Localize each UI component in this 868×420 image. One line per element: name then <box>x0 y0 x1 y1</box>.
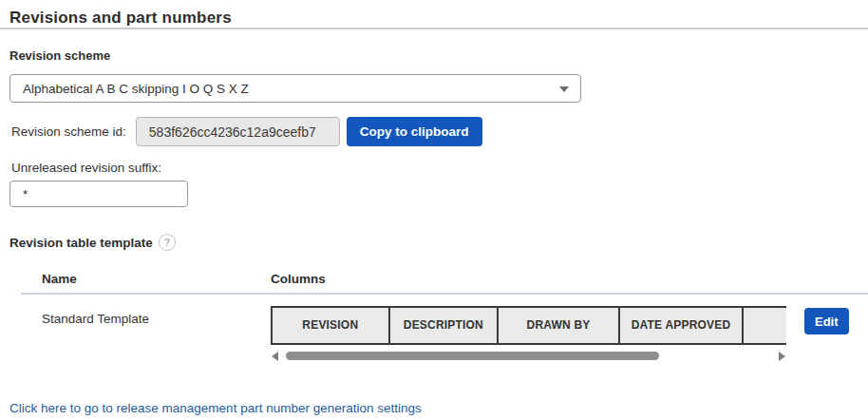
columns-preview-viewport: REVISION DESCRIPTION DRAWN BY DATE APPRO… <box>271 306 786 345</box>
revision-table-template-heading: Revision table template ? <box>9 234 868 251</box>
chevron-down-icon <box>559 86 569 92</box>
preview-column-revision: REVISION <box>273 308 390 343</box>
table-header-divider <box>21 293 868 295</box>
preview-column-description: DESCRIPTION <box>390 308 500 343</box>
template-table-header: Name Columns <box>0 272 868 286</box>
help-icon[interactable]: ? <box>159 234 176 251</box>
scroll-right-icon[interactable] <box>779 352 785 361</box>
revision-scheme-id-row: Revision scheme id: Copy to clipboard <box>11 117 868 146</box>
preview-horizontal-scrollbar[interactable] <box>271 349 786 362</box>
columns-preview: REVISION DESCRIPTION DRAWN BY DATE APPRO… <box>271 306 786 362</box>
revision-scheme-id-field <box>136 117 340 146</box>
revision-scheme-id-label: Revision scheme id: <box>11 124 126 139</box>
page-title: Revisions and part numbers <box>0 0 868 28</box>
preview-column-date-approved: DATE APPROVED <box>620 308 745 343</box>
edit-template-button[interactable]: Edit <box>804 308 849 334</box>
revision-table-template-label: Revision table template <box>9 236 153 250</box>
unreleased-suffix-label: Unreleased revision suffix: <box>11 161 868 175</box>
page-header: Revisions and part numbers <box>0 0 868 29</box>
unreleased-suffix-input[interactable] <box>9 181 188 207</box>
revision-scheme-select[interactable]: Alphabetical A B C skipping I O Q S X Z <box>9 74 581 103</box>
template-name: Standard Template <box>42 306 271 326</box>
release-management-settings-link[interactable]: Click here to go to release management p… <box>9 401 422 415</box>
revision-scheme-selected-value: Alphabetical A B C skipping I O Q S X Z <box>23 82 249 96</box>
preview-column-clipped <box>744 308 786 343</box>
preview-column-drawn-by: DRAWN BY <box>499 308 620 343</box>
table-row: Standard Template REVISION DESCRIPTION D… <box>0 306 868 362</box>
copy-to-clipboard-button[interactable]: Copy to clipboard <box>347 117 482 146</box>
revision-scheme-label: Revision scheme <box>9 48 868 63</box>
scroll-left-icon[interactable] <box>272 352 278 361</box>
columns-preview-table: REVISION DESCRIPTION DRAWN BY DATE APPRO… <box>271 306 786 345</box>
scrollbar-thumb[interactable] <box>286 352 659 360</box>
column-header-name: Name <box>42 272 271 286</box>
column-header-columns: Columns <box>271 272 326 286</box>
